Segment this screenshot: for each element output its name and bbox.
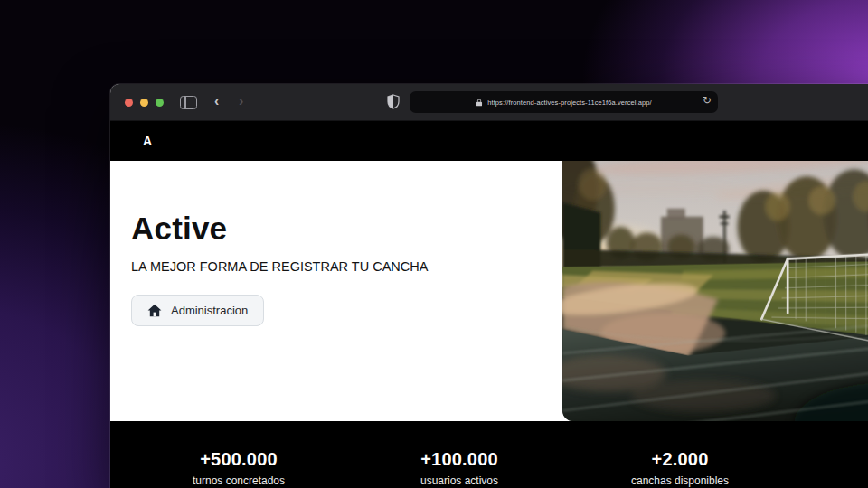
soccer-field-photo [562,161,868,421]
stat-label: usuarios activos [349,474,570,487]
hero-image [562,161,868,421]
back-icon[interactable]: ‹ [214,92,219,110]
hero-subtitle: LA MEJOR FORMA DE REGISTRAR TU CANCHA [131,259,562,274]
lock-icon [476,99,483,107]
close-traffic-light-icon[interactable] [125,99,133,107]
stat-canchas: +2.000 canchas disponibles [570,449,790,488]
browser-toolbar: ‹ › https://frontend-actives-projects-11… [110,84,868,121]
sidebar-toggle-icon[interactable] [180,96,197,109]
hero-section: Active LA MEJOR FORMA DE REGISTRAR TU CA… [110,161,868,421]
address-bar[interactable]: https://frontend-actives-projects-11ce1f… [410,91,718,113]
minimize-traffic-light-icon[interactable] [140,99,148,107]
shield-privacy-icon[interactable] [387,94,400,109]
zoom-traffic-light-icon[interactable] [156,99,164,107]
reload-icon[interactable]: ↻ [703,94,712,107]
stat-label: canchas disponibles [570,474,790,487]
stat-label: turnos concretados [128,474,349,487]
stat-usuarios: +100.000 usuarios activos [349,449,570,488]
stats-section: +500.000 turnos concretados +100.000 usu… [110,421,868,488]
site-navbar: A [110,121,868,161]
browser-window: ‹ › https://frontend-actives-projects-11… [110,84,868,488]
home-icon [147,304,162,317]
administration-button-label: Administracion [171,304,248,317]
url-text: https://frontend-actives-projects-11ce1f… [487,99,652,107]
stat-value: +2.000 [570,449,790,470]
stat-value: +500.000 [128,449,349,470]
site-logo[interactable]: A [143,134,153,148]
forward-icon: › [239,92,243,110]
administration-button[interactable]: Administracion [131,295,264,326]
hero-text-panel: Active LA MEJOR FORMA DE REGISTRAR TU CA… [110,161,562,421]
page-title: Active [131,211,562,247]
stat-turnos: +500.000 turnos concretados [128,449,349,488]
stat-value: +100.000 [349,449,570,470]
